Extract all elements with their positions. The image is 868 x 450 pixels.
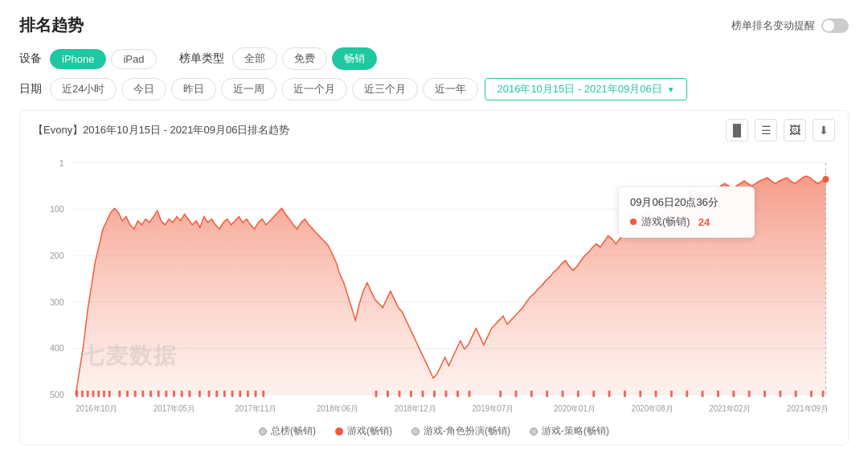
svg-rect-54 bbox=[445, 391, 448, 397]
svg-text:2018年06月: 2018年06月 bbox=[317, 403, 358, 412]
svg-rect-30 bbox=[126, 391, 129, 397]
svg-rect-28 bbox=[108, 391, 111, 397]
device-btn-ipad[interactable]: iPad bbox=[111, 49, 156, 69]
svg-rect-37 bbox=[181, 391, 183, 397]
legend-dot-game-role-paid bbox=[411, 428, 420, 436]
svg-rect-22 bbox=[76, 391, 78, 397]
svg-rect-27 bbox=[103, 391, 105, 397]
chart-legend: 总榜(畅销) 游戏(畅销) 游戏-角色扮演(畅销) 游戏-策略(畅销) bbox=[33, 424, 835, 438]
svg-text:400: 400 bbox=[50, 343, 64, 353]
svg-rect-24 bbox=[87, 391, 89, 397]
date-btn-3months[interactable]: 近三个月 bbox=[352, 78, 418, 100]
chart-actions: ▐▌ ☰ 🖼 ⬇ bbox=[726, 119, 835, 141]
svg-rect-55 bbox=[457, 391, 459, 397]
device-charttype-filter-row: 设备 iPhone iPad 榜单类型 全部 免费 畅销 bbox=[19, 47, 849, 70]
svg-text:2016年10月: 2016年10月 bbox=[76, 403, 117, 412]
svg-rect-65 bbox=[624, 391, 626, 397]
legend-item-game-role-paid[interactable]: 游戏-角色扮演(畅销) bbox=[411, 424, 510, 438]
svg-rect-75 bbox=[779, 391, 781, 397]
date-btn-month[interactable]: 近一个月 bbox=[281, 78, 347, 100]
svg-rect-69 bbox=[686, 391, 688, 397]
svg-text:2020年01月: 2020年01月 bbox=[554, 403, 596, 412]
svg-text:100: 100 bbox=[50, 204, 64, 214]
svg-text:2017年05月: 2017年05月 bbox=[154, 403, 195, 412]
legend-dot-game-strategy-paid bbox=[530, 428, 538, 436]
date-label: 日期 bbox=[19, 82, 42, 96]
svg-rect-49 bbox=[387, 391, 389, 397]
svg-rect-47 bbox=[262, 391, 264, 397]
svg-rect-45 bbox=[247, 391, 249, 397]
date-range-text: 2016年10月15日 - 2021年09月06日 bbox=[497, 82, 661, 96]
svg-rect-61 bbox=[562, 391, 564, 397]
chart-area: 1 100 200 300 400 500 2016年10月 2017年05月 … bbox=[33, 146, 835, 419]
date-filter-row: 日期 近24小时 今日 昨日 近一周 近一个月 近三个月 近一年 2016年10… bbox=[19, 78, 849, 100]
svg-rect-29 bbox=[118, 391, 121, 397]
chart-type-label: 榜单类型 bbox=[179, 51, 224, 66]
svg-rect-59 bbox=[530, 391, 533, 397]
svg-rect-41 bbox=[215, 391, 218, 397]
device-btn-group: iPhone iPad bbox=[50, 49, 157, 69]
date-btn-week[interactable]: 近一周 bbox=[221, 78, 276, 100]
legend-item-total-paid[interactable]: 总榜(畅销) bbox=[259, 424, 316, 438]
device-label: 设备 bbox=[19, 51, 42, 66]
date-range-picker[interactable]: 2016年10月15日 - 2021年09月06日 ▼ bbox=[485, 78, 686, 100]
svg-text:2018年12月: 2018年12月 bbox=[395, 403, 436, 412]
svg-rect-26 bbox=[97, 391, 100, 397]
svg-rect-76 bbox=[795, 391, 797, 397]
tooltip-time: 09月06日20点36分 bbox=[630, 195, 743, 210]
image-icon: 🖼 bbox=[789, 124, 800, 137]
svg-rect-63 bbox=[592, 391, 595, 397]
svg-rect-77 bbox=[810, 391, 813, 397]
svg-rect-58 bbox=[515, 391, 518, 397]
svg-rect-31 bbox=[134, 391, 137, 397]
date-btn-group: 近24小时 今日 昨日 近一周 近一个月 近三个月 近一年 bbox=[50, 78, 478, 100]
svg-rect-36 bbox=[173, 391, 175, 397]
date-btn-24h[interactable]: 近24小时 bbox=[50, 78, 117, 100]
svg-text:2021年09月: 2021年09月 bbox=[787, 403, 829, 412]
svg-rect-50 bbox=[399, 391, 401, 397]
list-icon-btn[interactable]: ☰ bbox=[755, 119, 777, 141]
svg-text:2019年07月: 2019年07月 bbox=[472, 403, 514, 412]
svg-rect-51 bbox=[410, 391, 412, 397]
svg-rect-32 bbox=[141, 391, 144, 397]
chart-type-btn-free[interactable]: 免费 bbox=[282, 47, 327, 70]
legend-dot-total-paid bbox=[259, 428, 267, 436]
legend-item-game-paid[interactable]: 游戏(畅销) bbox=[335, 424, 392, 438]
svg-rect-23 bbox=[81, 391, 84, 397]
legend-label-game-paid: 游戏(畅销) bbox=[347, 424, 392, 438]
svg-rect-39 bbox=[199, 391, 201, 397]
date-btn-yesterday[interactable]: 昨日 bbox=[171, 78, 216, 100]
date-btn-year[interactable]: 近一年 bbox=[423, 78, 478, 100]
legend-item-game-strategy-paid[interactable]: 游戏-策略(畅销) bbox=[530, 424, 609, 438]
svg-rect-67 bbox=[655, 391, 657, 397]
svg-rect-72 bbox=[732, 391, 735, 397]
legend-dot-game-paid bbox=[335, 428, 343, 436]
alert-label: 榜单排名变动提醒 bbox=[731, 18, 815, 33]
svg-rect-70 bbox=[702, 391, 704, 397]
svg-rect-43 bbox=[231, 391, 234, 397]
svg-text:2021年02月: 2021年02月 bbox=[709, 403, 751, 412]
svg-rect-73 bbox=[748, 391, 751, 397]
svg-rect-34 bbox=[158, 391, 160, 397]
svg-rect-74 bbox=[764, 391, 766, 397]
svg-rect-35 bbox=[165, 391, 167, 397]
bar-chart-icon-btn[interactable]: ▐▌ bbox=[726, 119, 748, 141]
svg-point-80 bbox=[823, 176, 829, 182]
legend-label-game-role-paid: 游戏-角色扮演(畅销) bbox=[424, 424, 510, 438]
svg-rect-68 bbox=[670, 391, 673, 397]
svg-rect-57 bbox=[499, 391, 502, 397]
chart-tooltip: 09月06日20点36分 游戏(畅销) 24 bbox=[618, 186, 755, 238]
chart-type-btn-paid[interactable]: 畅销 bbox=[332, 47, 377, 70]
svg-rect-25 bbox=[92, 391, 94, 397]
device-btn-iphone[interactable]: iPhone bbox=[50, 49, 106, 69]
chart-type-btn-all[interactable]: 全部 bbox=[232, 47, 277, 70]
download-icon-btn[interactable]: ⬇ bbox=[813, 119, 835, 141]
legend-label-total-paid: 总榜(畅销) bbox=[271, 424, 316, 438]
bar-chart-icon: ▐▌ bbox=[729, 124, 745, 137]
alert-toggle-switch[interactable] bbox=[821, 18, 849, 33]
dropdown-arrow-icon: ▼ bbox=[667, 85, 675, 94]
chart-title: 【Evony】2016年10月15日 - 2021年09月06日排名趋势 bbox=[33, 123, 289, 137]
image-icon-btn[interactable]: 🖼 bbox=[784, 119, 806, 141]
svg-rect-42 bbox=[223, 391, 226, 397]
date-btn-today[interactable]: 今日 bbox=[121, 78, 166, 100]
